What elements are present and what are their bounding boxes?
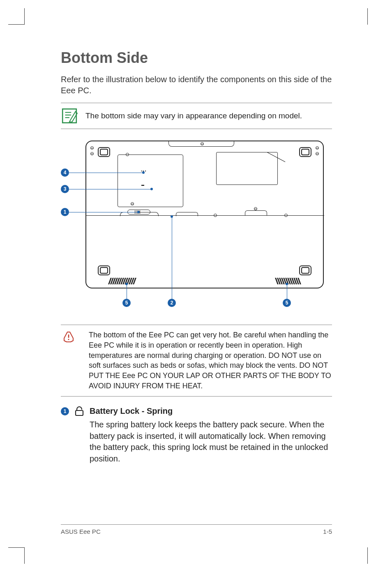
callout-4: 4 bbox=[61, 168, 69, 177]
item-1-badge: 1 bbox=[61, 407, 69, 415]
bottom-diagram: ▸▸◂ ▬ 4 3 bbox=[61, 141, 332, 313]
callout-3: 3 bbox=[61, 185, 69, 193]
warning-text: The bottom of the Eee PC can get very ho… bbox=[89, 330, 332, 391]
svg-rect-0 bbox=[62, 109, 76, 123]
page-heading: Bottom Side bbox=[61, 49, 332, 67]
callout-5a: 5 bbox=[122, 299, 131, 307]
warning-box: The bottom of the Eee PC can get very ho… bbox=[61, 325, 332, 397]
callout-1: 1 bbox=[61, 208, 69, 216]
intro-text: Refer to the illustration below to ident… bbox=[61, 74, 332, 96]
footer-right: 1-5 bbox=[323, 528, 332, 535]
callout-2: 2 bbox=[168, 299, 176, 307]
caution-icon bbox=[62, 331, 75, 343]
note-icon bbox=[61, 107, 78, 125]
svg-point-5 bbox=[68, 339, 69, 340]
item-1-row: 1 Battery Lock - Spring The spring batte… bbox=[61, 406, 332, 464]
lock-icon bbox=[75, 406, 84, 416]
footer-left: ASUS Eee PC bbox=[61, 528, 101, 535]
callout-5b: 5 bbox=[283, 299, 291, 307]
note-text: The bottom side may vary in appearance d… bbox=[85, 111, 302, 121]
page-footer: ASUS Eee PC 1-5 bbox=[61, 524, 332, 535]
note-box: The bottom side may vary in appearance d… bbox=[61, 103, 332, 129]
item-1-desc: The spring battery lock keeps the batter… bbox=[90, 419, 332, 464]
item-1-title: Battery Lock - Spring bbox=[90, 406, 332, 416]
svg-rect-6 bbox=[76, 411, 83, 415]
